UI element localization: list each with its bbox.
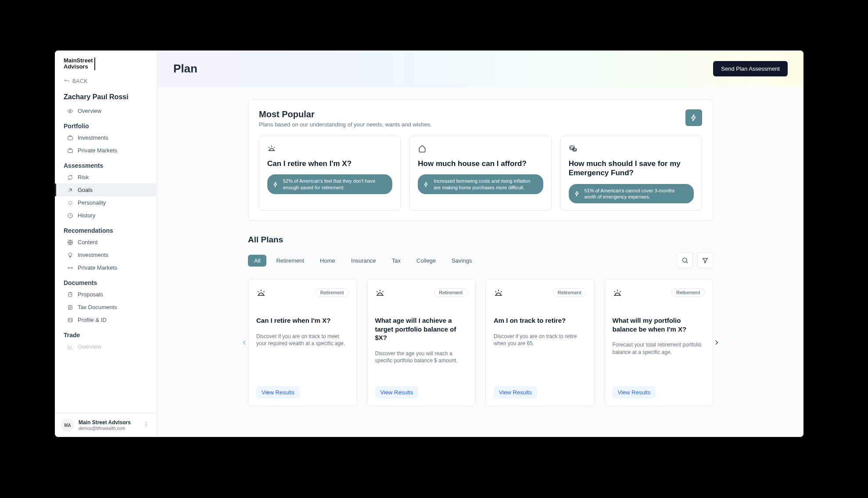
lightbulb-icon	[67, 252, 73, 258]
section-trade-title: Trade	[55, 326, 156, 340]
svg-point-7	[69, 319, 70, 320]
refresh-icon	[67, 174, 73, 180]
logo: MainStreet Advisors	[55, 51, 157, 75]
briefcase-icon	[67, 135, 73, 141]
carousel-prev-button[interactable]	[238, 336, 251, 349]
tab-tax[interactable]: Tax	[386, 255, 407, 267]
header: Plan Send Plan Assessment	[158, 51, 803, 87]
chevron-right-icon	[713, 339, 721, 346]
account-bar: MA Main Street Advisors demos@tifinwealt…	[55, 413, 157, 437]
category-badge: Retirement	[316, 288, 349, 297]
tab-retirement[interactable]: Retirement	[270, 255, 310, 267]
popular-question: How much should I save for my Emergency …	[569, 159, 694, 178]
nav-history[interactable]: History	[55, 209, 156, 222]
nav-overview[interactable]: Overview	[55, 105, 156, 117]
send-plan-assessment-button[interactable]: Send Plan Assessment	[713, 61, 788, 76]
nav-goals[interactable]: Goals	[55, 184, 156, 196]
section-assessments-title: Assessments	[55, 157, 156, 171]
plan-question: What age will I achieve a target portfol…	[375, 316, 468, 342]
plan-description: Discover if you are on track to meet you…	[256, 333, 349, 381]
nav-tax-documents[interactable]: Tax Documents	[55, 301, 156, 314]
home-icon	[418, 144, 543, 155]
insights-button[interactable]	[685, 109, 702, 126]
tab-college[interactable]: College	[410, 255, 442, 267]
plan-card[interactable]: Retirement What age will I achieve a tar…	[367, 279, 476, 406]
lightning-icon	[423, 181, 429, 188]
stat-pill: 52% of American's feel that they don't h…	[267, 174, 392, 194]
nav-rec-investments[interactable]: Investments	[55, 249, 156, 261]
nav-private-markets[interactable]: Private Markets	[55, 144, 156, 157]
search-button[interactable]	[677, 253, 693, 268]
nav-tax-documents-label: Tax Documents	[78, 304, 117, 310]
section-documents-title: Documents	[55, 274, 156, 288]
plan-card[interactable]: Retirement What will my portfolio balanc…	[604, 279, 714, 406]
popular-subtitle: Plans based on our understanding of your…	[259, 121, 432, 128]
nav-risk[interactable]: Risk	[55, 171, 156, 184]
nav-rec-private-markets[interactable]: Private Markets	[55, 261, 156, 274]
chart-icon	[67, 344, 73, 350]
tab-home[interactable]: Home	[314, 255, 341, 267]
back-label: BACK	[72, 78, 88, 84]
popular-card-retire[interactable]: Can I retire when I'm X? 52% of American…	[259, 136, 401, 211]
plan-description: Discover the age you will reach a specif…	[375, 350, 468, 381]
view-results-button[interactable]: View Results	[494, 386, 537, 399]
filter-icon	[702, 257, 709, 264]
nav-scroll[interactable]: Overview Portfolio Investments Private M…	[55, 105, 157, 413]
plans-carousel: Retirement Can I retire when I'm X? Disc…	[248, 279, 713, 406]
lightning-icon	[273, 181, 279, 188]
avatar: MA	[61, 419, 74, 432]
popular-question: Can I retire when I'm X?	[267, 159, 392, 168]
back-button[interactable]: BACK	[55, 75, 157, 88]
back-arrow-icon	[64, 78, 70, 84]
nav-content[interactable]: Content	[55, 236, 156, 249]
tab-insurance[interactable]: Insurance	[345, 255, 382, 267]
history-icon	[67, 213, 73, 219]
nav-investments[interactable]: Investments	[55, 131, 156, 144]
view-results-button[interactable]: View Results	[613, 386, 656, 399]
nav-profile-id[interactable]: Profile & ID	[55, 314, 156, 326]
sunrise-icon	[613, 288, 622, 300]
tab-savings[interactable]: Savings	[445, 255, 478, 267]
nav-personality[interactable]: Personality	[55, 196, 156, 209]
nav-content-label: Content	[78, 239, 98, 245]
popular-card-emergency[interactable]: How much should I save for my Emergency …	[560, 136, 702, 211]
nav-private-markets-label: Private Markets	[78, 147, 117, 154]
document-icon	[67, 304, 73, 310]
page-title: Plan	[173, 62, 197, 76]
content[interactable]: Most Popular Plans based on our understa…	[158, 87, 803, 437]
account-menu-button[interactable]	[141, 419, 151, 431]
plan-description: Forecast your total retirement portfolio…	[613, 341, 705, 381]
svg-point-9	[146, 424, 147, 425]
plan-card[interactable]: Retirement Am I on track to retire? Disc…	[485, 279, 595, 406]
all-plans-title: All Plans	[248, 235, 713, 245]
lightning-icon	[690, 114, 698, 122]
carousel-next-button[interactable]	[710, 336, 723, 349]
nav-proposals[interactable]: Proposals	[55, 288, 156, 301]
nav-proposals-label: Proposals	[78, 291, 103, 298]
most-popular-section: Most Popular Plans based on our understa…	[248, 99, 713, 221]
svg-point-10	[146, 426, 147, 426]
stat-pill: 51% of American's cannot cover 3-months …	[569, 184, 694, 204]
svg-point-11	[570, 146, 574, 148]
globe-icon	[67, 239, 73, 245]
view-results-button[interactable]: View Results	[256, 386, 300, 399]
category-badge: Retirement	[671, 288, 705, 297]
app-frame: MainStreet Advisors BACK Zachary Paul Ro…	[55, 51, 803, 437]
clipboard-icon	[67, 292, 73, 298]
tab-all[interactable]: All	[248, 255, 266, 267]
sunrise-icon	[375, 288, 385, 300]
nav-trade-overview-label: Overview	[78, 343, 101, 350]
account-email: demos@tifinwealth.com	[79, 426, 137, 431]
svg-rect-2	[68, 149, 73, 153]
nav-rec-investments-label: Investments	[78, 252, 108, 258]
plan-card[interactable]: Retirement Can I retire when I'm X? Disc…	[248, 279, 357, 406]
sparkle-icon	[67, 200, 73, 206]
nav-trade-overview[interactable]: Overview	[55, 340, 156, 353]
stat-text: 51% of American's cannot cover 3-months …	[585, 188, 688, 200]
popular-card-house[interactable]: How much house can I afford? Increased b…	[409, 136, 551, 211]
view-results-button[interactable]: View Results	[375, 386, 419, 399]
filter-button[interactable]	[697, 253, 713, 268]
plan-description: Discover if you are on track to retire w…	[494, 333, 586, 381]
sunrise-icon	[494, 288, 503, 300]
all-plans-section: All Plans All Retirement Home Insurance …	[248, 235, 713, 406]
